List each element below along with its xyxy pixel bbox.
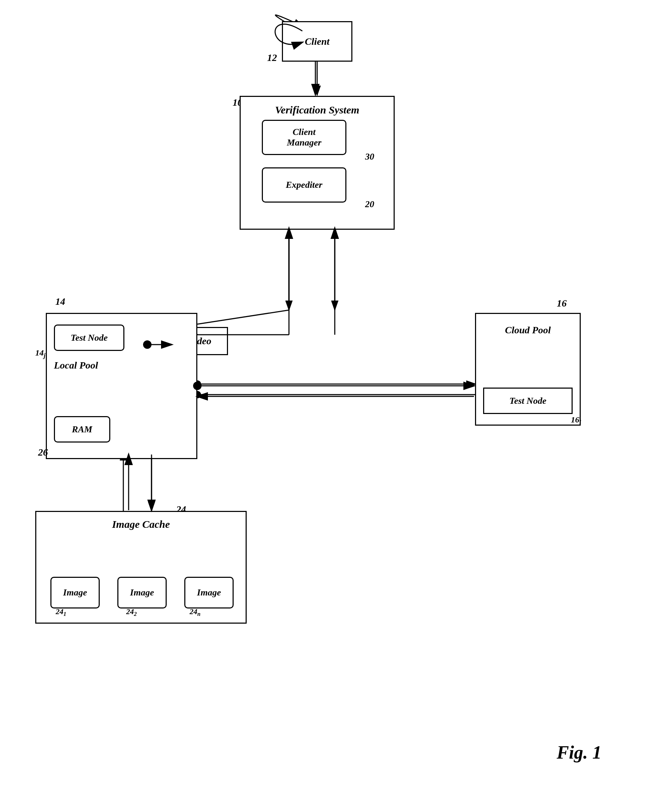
- expediter-box: Expediter: [262, 167, 346, 203]
- num-lpj: 14j: [35, 348, 45, 360]
- diagram-container: 12 Client 10 Verification System Client …: [0, 0, 672, 791]
- image1-box: Image: [50, 577, 100, 609]
- image-cache-box: Image Cache Image 241 Image 242 Image 24…: [35, 511, 247, 624]
- local-pool-box: Test Node Local Pool RAM: [46, 313, 197, 459]
- num-img2: 242: [126, 607, 137, 617]
- num-lp: 14: [55, 296, 65, 307]
- vs-label: Verification System: [241, 104, 394, 116]
- num-cm: 30: [365, 152, 374, 162]
- client-manager-label: Client Manager: [287, 127, 322, 148]
- num-ram: 26: [38, 447, 48, 458]
- cloud-pool-box: Cloud Pool Test Node: [475, 313, 581, 426]
- client-box: Client: [282, 21, 352, 62]
- image3-label: Image: [197, 587, 221, 598]
- num-img1: 241: [56, 607, 66, 617]
- svg-line-7: [197, 310, 289, 324]
- image2-label: Image: [130, 587, 154, 598]
- ram-box: RAM: [54, 416, 110, 443]
- client-manager-box: Client Manager: [262, 120, 346, 155]
- expediter-label: Expediter: [286, 180, 322, 190]
- svg-line-14: [197, 225, 289, 324]
- num-exp: 20: [365, 199, 374, 209]
- image1-label: Image: [63, 587, 87, 598]
- test-node-local-label: Test Node: [70, 332, 107, 343]
- num-client: 12: [267, 52, 277, 64]
- test-node-cloud-label: Test Node: [509, 396, 546, 406]
- figure-label: Fig. 1: [557, 742, 602, 763]
- num-16i: 16i: [571, 415, 581, 426]
- image2-box: Image: [117, 577, 167, 609]
- verification-system-box: Verification System Client Manager 30 Ex…: [240, 96, 395, 230]
- num-img3: 24n: [190, 607, 200, 617]
- client-label: Client: [305, 36, 330, 47]
- ram-label: RAM: [72, 424, 92, 435]
- cloud-pool-label: Cloud Pool: [505, 324, 551, 336]
- num-cp: 16: [557, 298, 566, 309]
- test-node-cloud-box: Test Node: [483, 388, 573, 414]
- local-pool-label: Local Pool: [54, 360, 98, 371]
- test-node-local-box: Test Node: [54, 324, 125, 351]
- image-cache-label: Image Cache: [112, 518, 170, 530]
- image3-box: Image: [184, 577, 234, 609]
